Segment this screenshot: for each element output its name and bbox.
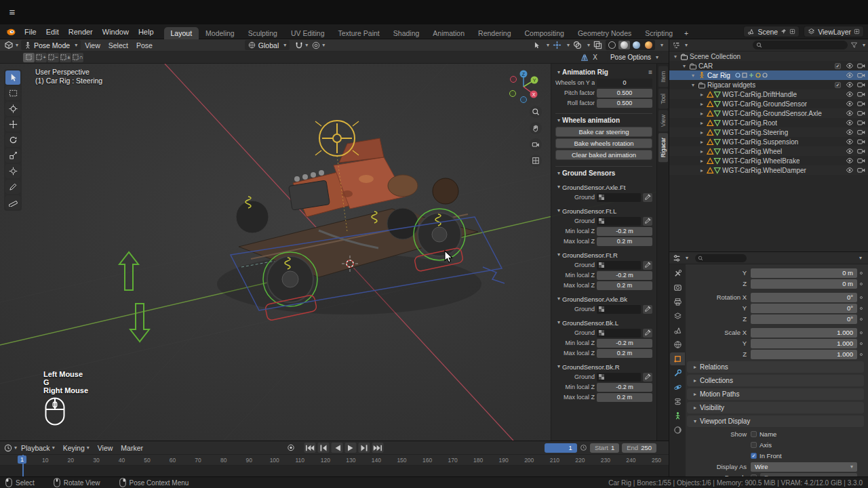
timeline-ruler[interactable]: 1102030405060708090100110120130140150160… [0,455,669,466]
outliner-row-wgt-carrig-root[interactable]: ▸WGT-CarRig.Root [669,118,868,127]
timeline-track[interactable] [0,466,669,476]
navigation-gizmo[interactable]: Z Y X [505,68,542,107]
checkbox-axis[interactable]: Axis [751,441,772,449]
select-mode-invert-icon[interactable]: ± [60,53,71,62]
disable-in-renders-camera-icon[interactable] [856,72,866,79]
tool-rotate[interactable] [5,133,20,147]
field-groundsensor-bk-l-min-local-z[interactable]: -0.2 m [597,339,652,348]
eyedropper-icon[interactable] [643,305,652,314]
hide-in-viewport-eye-icon[interactable] [844,129,854,136]
properties-tab-world[interactable] [670,338,685,351]
disclosure-right-icon[interactable]: ▸ [698,148,705,155]
animate-dot-icon[interactable] [857,283,865,285]
button-bake-car-steering[interactable]: Bake car steering [555,127,652,137]
animate-dot-icon[interactable] [857,342,865,345]
disable-in-renders-camera-icon[interactable] [856,148,866,155]
disable-in-renders-camera-icon[interactable] [856,167,866,174]
properties-options-caret-icon[interactable]: ▾ [859,256,862,261]
field-groundsensor-bk-l-max-local-z[interactable]: 0.2 m [597,349,652,358]
shading-rendered-icon[interactable] [643,41,654,49]
hide-in-viewport-eye-icon[interactable] [844,167,854,174]
tool-cursor[interactable] [5,102,20,116]
show-object-types-icon[interactable] [532,41,541,49]
disable-in-renders-camera-icon[interactable] [856,81,866,88]
tool-measure[interactable] [5,195,20,209]
animate-dot-icon[interactable] [857,318,865,321]
outliner-row-wgt-carrig-groundsensor-axle[interactable]: ▸WGT-CarRig.GroundSensor.Axle [669,108,868,118]
object-types-caret-icon[interactable]: ▾ [547,43,549,48]
field-pitch-factor[interactable]: 0.500 [597,89,652,98]
toggle-ortho-icon[interactable] [530,155,542,167]
panel-header-ground-sensors[interactable]: ▾Ground Sensors [555,168,652,178]
play-reverse-button[interactable] [332,443,343,453]
camera-view-icon[interactable] [530,138,542,150]
properties-tab-object-data[interactable] [670,409,685,422]
ground-object-field[interactable] [597,193,641,202]
current-frame-field[interactable]: 1 [545,443,577,453]
button-clear-baked-animation[interactable]: Clear baked animation [555,150,652,160]
section-relations[interactable]: ▸Relations [687,361,864,373]
disclosure-right-icon[interactable]: ▸ [698,110,705,117]
editor-type-properties-icon[interactable] [673,254,681,262]
panel-header-wheels-animation[interactable]: ▾Wheels animation [555,115,652,125]
gizmo-z-label[interactable]: Z [522,72,526,77]
eyedropper-icon[interactable] [643,373,652,382]
proportional-editing-icon[interactable] [312,41,320,49]
outliner-row-wgt-carrig-suspension[interactable]: ▸WGT-CarRig.Suspension [669,137,868,146]
disclosure-down-icon[interactable]: ▾ [672,54,679,60]
scene-selector[interactable]: Scene [743,26,800,37]
disclosure-down-icon[interactable]: ▾ [690,82,696,88]
eyedropper-icon[interactable] [643,193,652,202]
group-header-groundsensor-ft-l[interactable]: ▾GroundSensor.Ft.L [555,206,652,216]
timeline-menu-view[interactable]: View [94,441,117,455]
disclosure-down-icon[interactable]: ▾ [690,73,696,79]
mirror-x-icon[interactable] [580,54,589,62]
pin-icon[interactable] [781,28,787,35]
disclosure-down-icon[interactable]: ▾ [681,63,688,69]
hide-in-viewport-eye-icon[interactable] [844,62,854,69]
workspace-tab-modeling[interactable]: Modeling [199,27,241,39]
hide-in-viewport-eye-icon[interactable] [844,110,854,117]
shading-solid-icon[interactable] [618,41,630,49]
panel-menu-icon[interactable]: ≡ [648,68,652,76]
section-motion-paths[interactable]: ▸Motion Paths [687,388,864,400]
gizmo-x-label[interactable]: X [532,92,536,97]
add-workspace-button[interactable]: + [679,27,693,39]
tool-select-box[interactable] [5,86,20,100]
sidebar-tab-view[interactable]: View [658,110,668,131]
properties-tab-output[interactable] [670,296,685,308]
show-gizmo-icon[interactable] [553,41,561,49]
workspace-tab-scripting[interactable]: Scripting [638,27,679,39]
outliner-search-input[interactable] [753,41,848,49]
properties-tab-tool[interactable] [670,267,685,280]
jump-to-prev-keyframe-button[interactable] [318,443,330,453]
workspace-tab-texture-paint[interactable]: Texture Paint [332,27,387,39]
hide-in-viewport-eye-icon[interactable] [844,157,854,164]
editor-type-3d-icon[interactable] [4,41,14,49]
properties-tab-material[interactable] [670,424,685,436]
disable-in-renders-camera-icon[interactable] [856,129,866,136]
proportional-caret-icon[interactable]: ▾ [322,43,325,48]
transform-field-1[interactable]: 0 m [751,279,857,289]
outliner-row-scene-collection[interactable]: ▾Scene Collection [669,52,868,61]
properties-tab-constraints[interactable] [670,395,685,408]
animate-dot-icon[interactable] [857,272,865,274]
tool-tweak[interactable] [5,70,20,85]
shading-material-icon[interactable] [631,41,642,49]
frame-start-field[interactable]: Start 1 [590,443,619,453]
field-groundsensor-bk-r-min-local-z[interactable]: -0.2 m [597,383,652,392]
transform-field-7[interactable]: 1.000 [751,350,857,359]
disable-in-renders-camera-icon[interactable] [856,62,866,69]
menu-render[interactable]: Render [64,24,98,39]
tool-transform[interactable] [5,164,20,178]
ground-object-field[interactable] [597,373,641,382]
disclosure-right-icon[interactable]: ▸ [698,101,705,107]
sidebar-tab-tool[interactable]: Tool [658,89,668,109]
workspace-tab-geometry-nodes[interactable]: Geometry Nodes [571,27,638,39]
section-collections[interactable]: ▸Collections [687,375,864,386]
tool-scale[interactable] [5,148,20,163]
outliner-row-wgt-carrig-wheel[interactable]: ▸WGT-CarRig.Wheel [669,146,868,156]
sidebar-tab-rigacar[interactable]: Rigacar [658,133,668,162]
hide-in-viewport-eye-icon[interactable] [844,119,854,126]
field-groundsensor-ft-r-min-local-z[interactable]: -0.2 m [597,271,652,280]
